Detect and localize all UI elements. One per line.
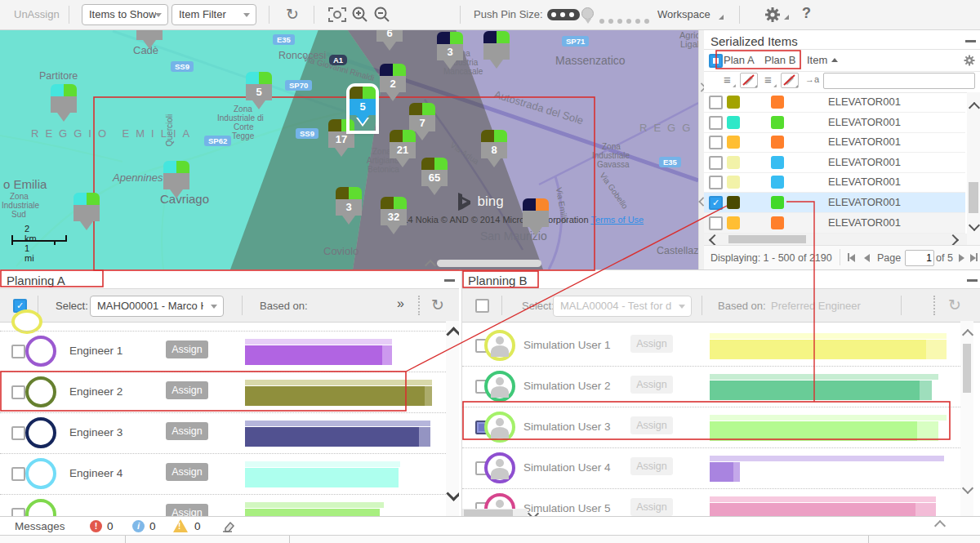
engineer-row[interactable]: Engineer 2Assign (0, 372, 446, 412)
row-checkbox[interactable] (709, 116, 723, 130)
row-checkbox[interactable] (709, 96, 723, 109)
map-pin[interactable]: 8 (481, 130, 507, 174)
prev-page-button[interactable] (864, 253, 870, 265)
plan-b-operator-icon[interactable]: ≡ (764, 73, 772, 87)
assign-button[interactable]: Assign (630, 457, 673, 475)
simulation-user-row[interactable]: Simulation User 3Assign (462, 407, 960, 447)
column-item[interactable]: Item (807, 54, 827, 66)
plan-a-color-filter-button[interactable] (740, 73, 758, 88)
engineer-row[interactable]: Engineer 3Assign (0, 413, 446, 453)
map-pin[interactable]: 65 (421, 158, 448, 202)
row-checkbox[interactable]: ✓ (709, 196, 723, 210)
starts-with-filter-icon[interactable]: →a (805, 74, 819, 84)
map-pin[interactable]: 21 (390, 130, 416, 174)
map-pin[interactable] (523, 198, 549, 243)
more-options-button[interactable]: » (397, 296, 404, 311)
assign-button[interactable]: Assign (166, 463, 208, 481)
assign-button[interactable]: Assign (166, 504, 208, 517)
map-pin[interactable]: 6 (376, 29, 403, 57)
map-pin[interactable]: 5 (246, 72, 272, 116)
pin-size-slider-track[interactable] (547, 9, 580, 20)
assign-button[interactable]: Assign (166, 340, 208, 358)
planning-b-checkbox[interactable] (475, 299, 489, 313)
planning-a-select-dropdown[interactable]: MAHO00001 - Marco Ho (90, 296, 224, 317)
select-all-checkbox[interactable] (709, 54, 723, 68)
row-checkbox[interactable] (11, 385, 25, 399)
clear-messages-eraser-icon[interactable] (222, 521, 235, 532)
map-pin[interactable] (136, 29, 163, 56)
serialized-v-scrollbar[interactable] (967, 92, 980, 245)
map-pin[interactable]: 2 (380, 64, 406, 108)
page-number-input[interactable] (905, 250, 934, 266)
engineer-row[interactable]: Assign (0, 495, 446, 517)
planning-a-v-scrollbar[interactable] (446, 321, 459, 517)
column-plan-b[interactable]: Plan B (764, 54, 795, 66)
map-pin[interactable] (163, 161, 189, 205)
plan-b-color-filter-button[interactable] (781, 73, 799, 88)
planning-b-select-dropdown[interactable]: MALA00004 - Test for de (553, 296, 692, 317)
zoom-to-fit-icon[interactable] (328, 7, 346, 23)
item-filter-dropdown[interactable]: Item Filter (172, 4, 256, 25)
next-page-button[interactable] (959, 253, 964, 265)
serialized-item-row[interactable]: ELEVATOR001 (704, 213, 965, 234)
map-pin[interactable]: 32 (381, 197, 407, 241)
terms-of-use-link[interactable]: Terms of Use (590, 215, 644, 225)
simulation-user-row[interactable]: Simulation User 4Assign (462, 448, 960, 488)
map-pin[interactable]: 3 (336, 187, 362, 231)
assign-button[interactable]: Assign (630, 335, 673, 353)
minimize-planning-a-button[interactable] (444, 279, 455, 282)
serialized-item-row[interactable]: ELEVATOR001 (704, 153, 965, 173)
first-page-button[interactable] (848, 253, 855, 265)
map-pin[interactable] (74, 193, 100, 237)
column-settings-gear-icon[interactable] (964, 55, 975, 66)
planning-b-v-scrollbar[interactable] (960, 321, 973, 517)
items-to-show-dropdown[interactable]: Items to Show (82, 4, 168, 25)
map-pin[interactable] (51, 84, 77, 128)
unassign-button[interactable]: UnAssign (14, 8, 60, 20)
assign-button[interactable]: Assign (166, 422, 208, 440)
map-pin-selected[interactable]: 5 (350, 87, 376, 131)
map-pin[interactable] (483, 31, 510, 75)
workspace-menu[interactable]: Workspace (657, 8, 710, 20)
minimize-panel-button[interactable] (965, 40, 976, 42)
row-checkbox[interactable] (11, 345, 25, 358)
assign-button[interactable]: Assign (630, 376, 673, 394)
minimize-planning-b-button[interactable] (967, 279, 978, 282)
map-pin[interactable]: 3 (437, 32, 463, 76)
serialized-item-row[interactable]: ELEVATOR001 (704, 113, 965, 133)
serialized-item-row[interactable]: ELEVATOR001 (704, 92, 965, 113)
settings-gear-icon[interactable] (764, 6, 782, 24)
serialized-item-row[interactable]: ✓ELEVATOR001 (704, 193, 965, 213)
simulation-user-row[interactable]: Simulation User 2Assign (462, 367, 960, 407)
map-h-scrollbar[interactable] (437, 260, 541, 267)
row-checkbox[interactable] (709, 176, 723, 189)
assign-button[interactable]: Assign (630, 498, 673, 516)
refresh-planning-a-icon[interactable]: ↻ (431, 296, 444, 314)
scroll-up-icon[interactable] (934, 520, 946, 532)
assign-button[interactable]: Assign (166, 381, 208, 399)
item-filter-input[interactable] (823, 73, 975, 89)
row-checkbox[interactable] (709, 216, 723, 230)
refresh-planning-b-icon[interactable]: ↻ (948, 296, 961, 314)
row-checkbox[interactable] (709, 156, 723, 170)
column-plan-a[interactable]: Plan A (724, 54, 755, 66)
engineer-row[interactable]: Engineer 1Assign (0, 332, 446, 372)
serialized-item-row[interactable]: ELEVATOR001 (704, 132, 965, 153)
map-canvas[interactable]: CadèPartitoreRoncocesiREGGIO EMILIAApenn… (0, 29, 698, 269)
serialized-h-scrollbar[interactable] (704, 234, 967, 245)
assign-button[interactable]: Assign (630, 416, 673, 434)
plan-a-operator-icon[interactable]: ≡ (724, 73, 731, 87)
last-page-button[interactable] (970, 253, 978, 265)
pin-size-slider-dots[interactable] (599, 12, 649, 27)
engineer-row[interactable]: Engineer 4Assign (0, 454, 446, 494)
help-icon[interactable]: ? (802, 5, 811, 22)
simulation-user-row[interactable]: Simulation User 1Assign (462, 326, 960, 366)
serialized-item-row[interactable]: ELEVATOR001 (704, 172, 965, 193)
refresh-icon[interactable]: ↻ (286, 5, 299, 24)
row-checkbox[interactable] (709, 136, 723, 149)
row-checkbox[interactable] (11, 467, 25, 481)
row-checkbox[interactable] (11, 426, 25, 440)
h-scroll-thumb[interactable] (728, 235, 806, 243)
zoom-out-icon[interactable] (373, 6, 391, 24)
zoom-in-icon[interactable] (351, 6, 369, 24)
